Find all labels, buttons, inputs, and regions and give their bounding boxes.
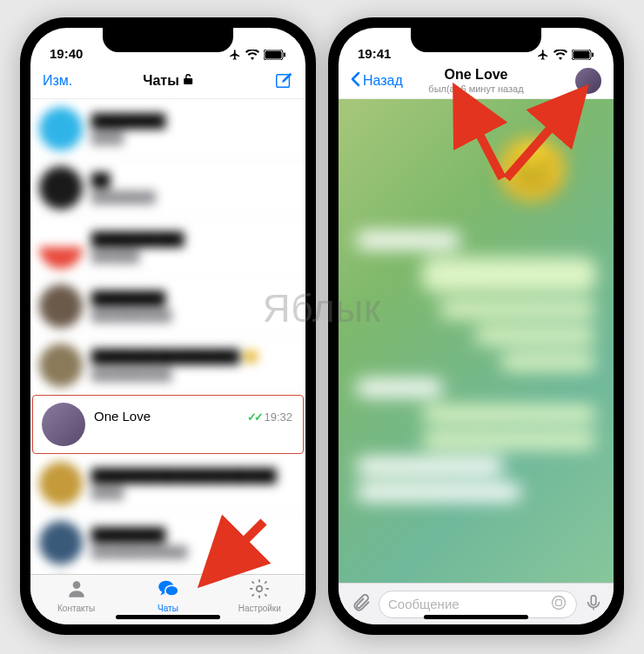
- svg-rect-14: [591, 595, 596, 604]
- unlock-icon: [183, 73, 193, 89]
- chevron-left-icon: [351, 71, 361, 90]
- back-label: Назад: [363, 73, 403, 89]
- avatar: [42, 403, 85, 446]
- wifi-icon: [553, 50, 567, 60]
- mic-icon[interactable]: [584, 593, 603, 616]
- compose-button[interactable]: [274, 71, 293, 90]
- status-time: 19:41: [358, 46, 410, 61]
- gear-icon: [248, 577, 271, 602]
- chat-row[interactable]: ████████████████████████: [30, 454, 305, 513]
- home-indicator[interactable]: [424, 615, 528, 619]
- edit-button[interactable]: Изм.: [43, 73, 72, 89]
- chat-row[interactable]: ████████████████: [30, 217, 305, 277]
- back-button[interactable]: Назад: [351, 71, 403, 90]
- svg-rect-2: [284, 53, 285, 57]
- battery-icon: [264, 50, 286, 60]
- tab-chats[interactable]: Чаты: [133, 577, 203, 613]
- chat-background[interactable]: 😐: [339, 99, 614, 583]
- message-bubble-in: [356, 457, 504, 475]
- attach-icon[interactable]: [351, 592, 372, 617]
- nav-bar: Изм. Чаты: [30, 63, 305, 99]
- svg-rect-1: [265, 51, 282, 59]
- airplane-icon: [537, 49, 549, 61]
- chat-row-highlighted[interactable]: One Love ✓✓ 19:32: [32, 395, 304, 454]
- notch: [411, 28, 541, 52]
- svg-point-7: [257, 586, 263, 592]
- message-bubble-in: [356, 379, 443, 397]
- chat-row[interactable]: ████████████: [30, 99, 305, 158]
- message-bubble-out: [500, 353, 596, 370]
- chats-icon: [157, 577, 179, 602]
- chat-row[interactable]: ████████████████ 😊██████████: [30, 336, 305, 395]
- svg-rect-10: [574, 51, 590, 59]
- phone-frame-left: 19:40 Изм. Чаты ██████████: [20, 17, 316, 635]
- sticker-icon[interactable]: [550, 594, 567, 614]
- home-indicator[interactable]: [116, 615, 220, 619]
- svg-rect-11: [592, 53, 594, 57]
- profile-avatar-button[interactable]: [575, 68, 601, 94]
- chat-title[interactable]: One Love: [445, 67, 508, 83]
- svg-rect-13: [556, 600, 562, 606]
- chat-row[interactable]: ████████████: [30, 572, 305, 574]
- message-input[interactable]: Сообщение: [379, 591, 577, 618]
- nav-bar: Назад One Love был(а) 6 минут назад: [339, 63, 614, 99]
- read-checks-icon: ✓✓: [247, 410, 261, 424]
- message-bubble-out: [422, 431, 596, 449]
- phone-frame-right: 19:41 Назад One Love был(а) 6 минут наза…: [328, 17, 624, 635]
- message-bubble-in: [356, 484, 521, 501]
- chat-row[interactable]: ████████████████████: [30, 513, 305, 572]
- chat-name: One Love: [94, 409, 151, 424]
- message-bubble-out: [474, 327, 596, 344]
- message-bubble-out: [422, 257, 596, 292]
- airplane-icon: [229, 49, 241, 61]
- battery-icon: [572, 50, 594, 60]
- emoji-sticker: 😐: [494, 134, 570, 205]
- tab-label: Настройки: [238, 604, 281, 613]
- tab-contacts[interactable]: Контакты: [42, 577, 111, 613]
- last-seen: был(а) 6 минут назад: [428, 83, 523, 94]
- person-icon: [65, 577, 88, 602]
- tab-settings[interactable]: Настройки: [225, 577, 294, 613]
- message-bubble-out: [439, 301, 596, 318]
- tab-label: Чаты: [158, 604, 178, 613]
- page-title: Чаты: [143, 73, 179, 89]
- avatar: [575, 68, 601, 94]
- wifi-icon: [245, 50, 259, 60]
- notch: [103, 28, 233, 52]
- message-bubble-in: [356, 231, 460, 249]
- tab-label: Контакты: [57, 604, 95, 613]
- svg-point-4: [72, 581, 80, 589]
- message-bubble-out: [422, 405, 596, 423]
- chat-row[interactable]: ██████████████████: [30, 277, 305, 336]
- message-placeholder: Сообщение: [388, 597, 460, 611]
- svg-point-12: [553, 597, 566, 610]
- status-time: 19:40: [50, 46, 102, 61]
- svg-point-6: [165, 585, 178, 596]
- chat-list[interactable]: ████████████ ██████████ ████████████████…: [30, 99, 305, 574]
- chat-row[interactable]: ██████████: [30, 158, 305, 217]
- chat-preview: [94, 427, 292, 440]
- chat-time: 19:32: [264, 410, 292, 424]
